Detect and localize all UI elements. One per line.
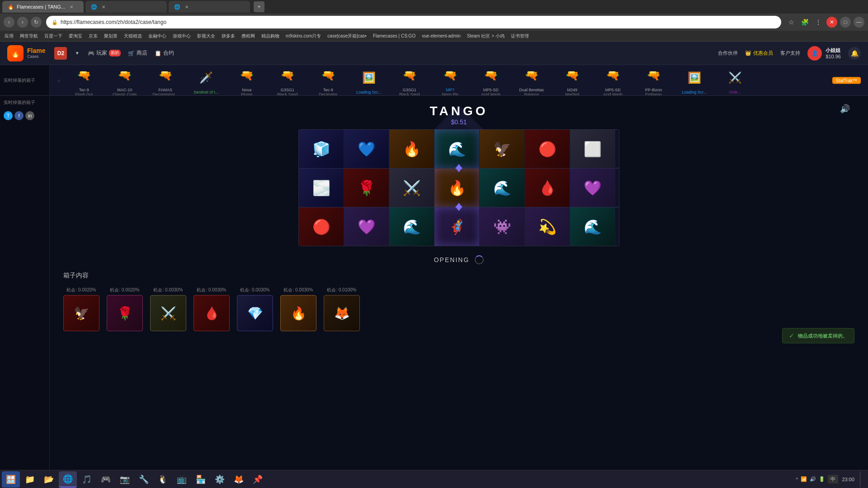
case-item-15[interactable]: 🔫 PP-Bizon Embargo: [633, 65, 674, 95]
case-item-11[interactable]: 🔫 MP5-SD Acid Wash: [471, 65, 511, 95]
taskbar-item-folder[interactable]: 📂: [40, 471, 58, 488]
tab-2[interactable]: 🌐 ✕: [85, 1, 167, 13]
case-item-14[interactable]: 🔫 MP5-SD Acid Wash: [593, 65, 633, 95]
tab-close-2[interactable]: ✕: [102, 5, 105, 9]
partner-link[interactable]: 合作伙伴: [718, 50, 738, 56]
vip-link[interactable]: 👑 优惠会员: [745, 50, 773, 56]
social-icon-3[interactable]: in: [25, 111, 34, 120]
tab-3[interactable]: 🌐 ✕: [169, 1, 250, 13]
star-btn[interactable]: ☆: [786, 17, 797, 28]
close-max-btn[interactable]: ✕: [826, 17, 837, 28]
case-item-4[interactable]: 🗡️ Sentinel of t...: [186, 65, 226, 95]
case-item-17[interactable]: ⚔️ Onik...: [715, 65, 755, 95]
case-img-3: 🔫: [152, 65, 179, 87]
bookmark-cert[interactable]: 证书管理: [509, 32, 531, 40]
bookmark-video[interactable]: 影视大全: [195, 32, 217, 40]
case-item-16[interactable]: 🖼️ Loading Scr...: [674, 65, 715, 95]
sound-btn[interactable]: 🔊: [840, 104, 850, 114]
nav-contract[interactable]: 📋 合约: [155, 49, 174, 57]
refresh-btn[interactable]: ↻: [31, 17, 42, 28]
sys-tray: ^ 📶 🔊 🔋 中: [796, 475, 838, 483]
twitter-icon[interactable]: T: [4, 111, 13, 120]
nav-shop[interactable]: 🛒 商店: [128, 49, 147, 57]
support-link[interactable]: 客户支持: [780, 50, 800, 56]
bookmark-steam[interactable]: Steam 社区 > 小鸡: [465, 32, 506, 40]
case-item-8[interactable]: 🖼️ Loading Scr...: [349, 65, 389, 95]
bookmark-baidu[interactable]: 百度一下: [42, 32, 64, 40]
taskbar-item-settings[interactable]: ⚙️: [211, 471, 229, 488]
taskbar-item-store[interactable]: 🏪: [192, 471, 210, 488]
sidebar-live-label: 实时掉落的箱子: [0, 65, 50, 95]
case-label-6: G3SG1: [281, 88, 294, 92]
nav-play[interactable]: 🎮 玩家 新的: [88, 49, 121, 57]
taskbar-item-linux[interactable]: 🐧: [154, 471, 172, 488]
bookmark-taobao[interactable]: 爱淘宝: [67, 32, 84, 40]
taskbar-item-firefox[interactable]: 🦊: [230, 471, 248, 488]
cell-emoji-2-7: 💜: [584, 179, 602, 197]
notification-btn[interactable]: 🔔: [848, 47, 861, 60]
bookmark-shopping[interactable]: 精品购物: [259, 32, 281, 40]
content-img-3: ⚔️: [150, 295, 186, 331]
taskbar-item-files[interactable]: 📁: [21, 471, 39, 488]
taskbar-item-tool[interactable]: 🔧: [135, 471, 153, 488]
forward-btn[interactable]: ›: [17, 17, 28, 28]
user-avatar[interactable]: 👤: [807, 46, 822, 61]
bookmark-nav[interactable]: 网世导航: [18, 32, 40, 40]
tray-lang[interactable]: 中: [828, 475, 838, 483]
maximize-btn[interactable]: □: [840, 17, 851, 28]
taskbar-item-pin[interactable]: 📌: [249, 471, 267, 488]
case-item-13[interactable]: 🔫 M249 Warbird: [552, 65, 593, 95]
tray-arrow[interactable]: ^: [796, 477, 798, 482]
address-bar[interactable]: 🔒 https://flamecases.com/zh/dota2/case/t…: [46, 16, 781, 28]
menu-btn[interactable]: ⋮: [813, 17, 824, 28]
case-item-6[interactable]: 🔫 G3SG1 Black Sand: [267, 65, 308, 95]
taskbar-show-desktop[interactable]: [860, 471, 863, 488]
taskbar-item-browser[interactable]: 🌐: [59, 471, 77, 488]
tray-volume[interactable]: 🔊: [810, 476, 816, 482]
bookmark-case[interactable]: case|case开箱|cas•: [326, 32, 368, 40]
bookmark-jd[interactable]: 京东: [87, 32, 99, 40]
minimize-btn[interactable]: —: [854, 17, 864, 28]
stattrack-badge[interactable]: StatTrak™: [832, 77, 861, 84]
bookmark-game[interactable]: 游戏中心: [171, 32, 193, 40]
case-item-1[interactable]: 🔫 Tec-9 Flash Out: [64, 65, 104, 95]
dota-select[interactable]: ▾: [76, 50, 79, 56]
back-btn[interactable]: ‹: [4, 17, 14, 28]
tray-network[interactable]: 📶: [801, 476, 807, 482]
bookmark-vue[interactable]: vue-element-admin: [420, 33, 462, 39]
tab-close-3[interactable]: ✕: [185, 5, 189, 9]
tray-battery[interactable]: 🔋: [819, 476, 825, 482]
facebook-icon[interactable]: f: [14, 111, 24, 120]
taskbar-item-game[interactable]: 🎮: [97, 471, 115, 488]
case-item-12[interactable]: 🔫 Dual Berettas Balance: [511, 65, 552, 95]
bookmark-m9[interactable]: m9skins.com只专: [284, 32, 323, 40]
bookmark-finance[interactable]: 金融中心: [146, 32, 168, 40]
bookmark-flamecases[interactable]: Flamecases | CS:GO: [371, 33, 417, 39]
new-tab-btn[interactable]: +: [254, 1, 264, 12]
tab-close[interactable]: ✕: [70, 5, 73, 9]
case-item-9[interactable]: 🔫 G3SG1 Black Sand: [389, 65, 430, 95]
bookmark-juhua[interactable]: 聚划算: [102, 32, 119, 40]
bookmark-apps[interactable]: 应用: [3, 32, 15, 40]
case-item-7[interactable]: 🔫 Tec-9 Decimator: [308, 65, 349, 95]
case-sublabel-1: Flash Out: [75, 92, 93, 96]
bookmark-pdd[interactable]: 拼多多: [220, 32, 237, 40]
tab-tango[interactable]: 🔥 Flamecases | TANG... ✕: [2, 1, 84, 13]
dota-icon[interactable]: D2: [54, 47, 67, 60]
spin-cell-3-7: 🌊: [570, 207, 615, 246]
taskbar-item-music[interactable]: 🎵: [78, 471, 96, 488]
bookmark-ctrip[interactable]: 携程网: [240, 32, 257, 40]
case-item-10[interactable]: 🔫 MP7 Neon Ply: [430, 65, 471, 95]
strip-left-arrow[interactable]: ‹: [54, 77, 64, 84]
extensions-btn[interactable]: 🧩: [799, 17, 810, 28]
taskbar-item-photo[interactable]: 📷: [116, 471, 134, 488]
logo-area[interactable]: 🔥 Flame Cases: [7, 45, 45, 61]
bookmark-tmall[interactable]: 天猫精选: [122, 32, 144, 40]
case-item-5[interactable]: 🔫 Nova Plume: [226, 65, 267, 95]
taskbar-item-media[interactable]: 📺: [173, 471, 191, 488]
new-badge: 新的: [109, 50, 121, 56]
case-item-3[interactable]: 🔫 FAMAS Decommissi...: [145, 65, 186, 95]
spin-cell-1-4: 🌊: [434, 130, 480, 168]
case-item-2[interactable]: 🔫 MAC-10 Classic Crate: [104, 65, 145, 95]
taskbar-start-btn[interactable]: 🪟: [2, 471, 20, 488]
